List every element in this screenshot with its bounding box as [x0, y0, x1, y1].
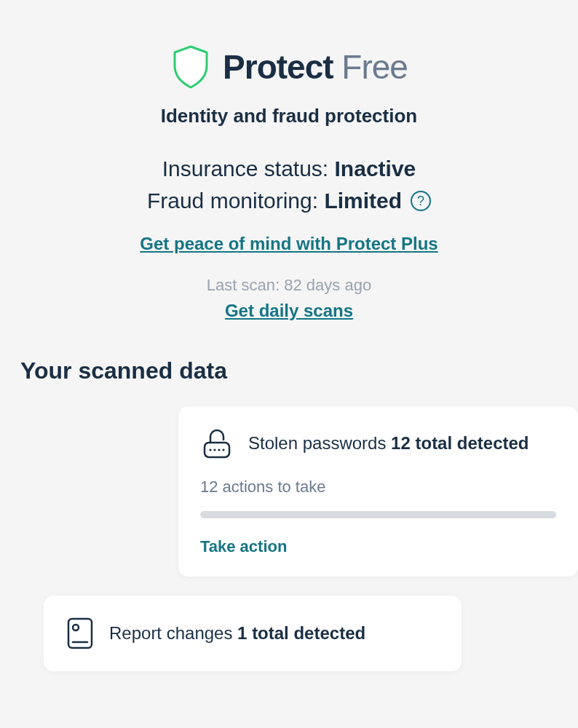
insurance-status-value: Inactive: [335, 157, 416, 181]
svg-point-3: [218, 448, 220, 451]
svg-rect-0: [205, 443, 229, 457]
product-subtitle: Identity and fraud protection: [15, 105, 563, 127]
product-header: Protect Free: [15, 44, 563, 90]
product-title: Protect Free: [223, 47, 408, 87]
svg-rect-5: [68, 619, 92, 648]
report-changes-count: 1 total detected: [237, 623, 365, 643]
stolen-passwords-card: Stolen passwords 12 total detected 12 ac…: [178, 406, 578, 577]
insurance-status-line: Insurance status: Inactive: [15, 157, 563, 181]
stolen-passwords-label: Stolen passwords: [248, 433, 391, 453]
upsell-link[interactable]: Get peace of mind with Protect Plus: [140, 234, 438, 254]
daily-scans-link[interactable]: Get daily scans: [225, 301, 353, 321]
lock-icon: [200, 427, 234, 460]
report-icon: [66, 616, 95, 651]
section-title: Your scanned data: [20, 357, 563, 384]
fraud-status-value: Limited: [324, 189, 402, 213]
insurance-status-label: Insurance status:: [162, 157, 335, 181]
stolen-passwords-progress: [200, 511, 556, 518]
report-changes-label: Report changes: [109, 623, 237, 643]
take-action-button[interactable]: Take action: [200, 537, 556, 556]
report-changes-card: Report changes 1 total detected: [44, 596, 462, 671]
stolen-passwords-title: Stolen passwords 12 total detected: [248, 433, 529, 454]
svg-point-1: [209, 448, 211, 451]
report-changes-title: Report changes 1 total detected: [109, 623, 365, 644]
shield-icon: [170, 44, 211, 90]
product-title-bold: Protect: [223, 48, 333, 86]
svg-point-4: [222, 448, 224, 451]
svg-point-6: [73, 625, 79, 630]
product-title-tier: Free: [333, 48, 408, 86]
fraud-status-label: Fraud monitoring:: [147, 189, 324, 213]
last-scan-text: Last scan: 82 days ago: [15, 276, 563, 295]
stolen-passwords-count: 12 total detected: [391, 433, 528, 453]
stolen-passwords-actions: 12 actions to take: [200, 478, 556, 496]
fraud-status-row: Fraud monitoring: Limited ?: [15, 189, 563, 213]
svg-point-2: [213, 448, 215, 451]
help-icon[interactable]: ?: [411, 191, 431, 211]
